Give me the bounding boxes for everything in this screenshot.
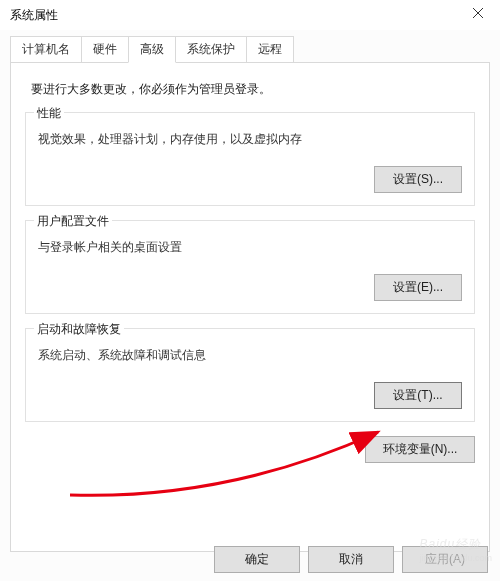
group-performance-title: 性能: [34, 105, 64, 122]
group-user-profiles-desc: 与登录帐户相关的桌面设置: [38, 239, 462, 256]
tab-computer-name[interactable]: 计算机名: [10, 36, 82, 63]
titlebar: 系统属性: [0, 0, 500, 30]
cancel-button[interactable]: 取消: [308, 546, 394, 573]
group-user-profiles-title: 用户配置文件: [34, 213, 112, 230]
user-profiles-settings-button[interactable]: 设置(E)...: [374, 274, 462, 301]
environment-variables-button[interactable]: 环境变量(N)...: [365, 436, 475, 463]
group-startup-recovery: 启动和故障恢复 系统启动、系统故障和调试信息 设置(T)...: [25, 328, 475, 422]
env-variables-row: 环境变量(N)...: [25, 436, 475, 463]
dialog-button-row: 确定 取消 应用(A): [214, 546, 488, 573]
startup-recovery-settings-button[interactable]: 设置(T)...: [374, 382, 462, 409]
apply-button[interactable]: 应用(A): [402, 546, 488, 573]
close-button[interactable]: [458, 0, 498, 27]
group-performance-desc: 视觉效果，处理器计划，内存使用，以及虚拟内存: [38, 131, 462, 148]
close-icon: [472, 7, 484, 19]
window-title: 系统属性: [10, 7, 58, 24]
group-startup-recovery-desc: 系统启动、系统故障和调试信息: [38, 347, 462, 364]
tab-remote[interactable]: 远程: [246, 36, 294, 63]
ok-button[interactable]: 确定: [214, 546, 300, 573]
group-user-profiles: 用户配置文件 与登录帐户相关的桌面设置 设置(E)...: [25, 220, 475, 314]
performance-settings-button[interactable]: 设置(S)...: [374, 166, 462, 193]
tab-advanced[interactable]: 高级: [128, 36, 176, 63]
panel-description: 要进行大多数更改，你必须作为管理员登录。: [25, 81, 475, 98]
tab-hardware[interactable]: 硬件: [81, 36, 129, 63]
group-performance: 性能 视觉效果，处理器计划，内存使用，以及虚拟内存 设置(S)...: [25, 112, 475, 206]
tab-system-protection[interactable]: 系统保护: [175, 36, 247, 63]
group-startup-recovery-title: 启动和故障恢复: [34, 321, 124, 338]
tab-strip: 计算机名 硬件 高级 系统保护 远程: [10, 36, 490, 63]
advanced-panel: 要进行大多数更改，你必须作为管理员登录。 性能 视觉效果，处理器计划，内存使用，…: [10, 62, 490, 552]
